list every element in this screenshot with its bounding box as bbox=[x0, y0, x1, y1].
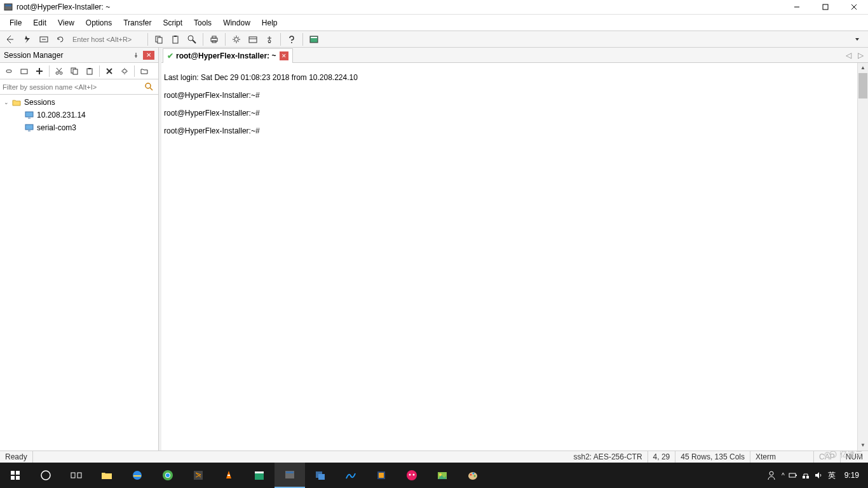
pin-icon[interactable] bbox=[130, 50, 142, 61]
session-filter-input[interactable] bbox=[3, 83, 143, 91]
start-button[interactable] bbox=[0, 463, 31, 488]
scroll-down-icon[interactable]: ▼ bbox=[858, 440, 868, 451]
svg-rect-75 bbox=[796, 475, 797, 476]
svg-rect-31 bbox=[73, 69, 78, 74]
tray-up-icon[interactable]: ^ bbox=[782, 472, 785, 479]
chevron-down-icon[interactable]: ⌄ bbox=[4, 99, 11, 105]
maximize-button[interactable] bbox=[811, 0, 839, 14]
command-window-icon[interactable] bbox=[306, 32, 322, 47]
session-folder-icon[interactable] bbox=[137, 64, 151, 78]
help-icon[interactable] bbox=[284, 32, 299, 47]
terminal[interactable]: Last login: Sat Dec 29 01:08:23 2018 fro… bbox=[161, 63, 868, 451]
menu-script[interactable]: Script bbox=[157, 17, 188, 29]
toolbar-menu-icon[interactable] bbox=[850, 32, 865, 47]
wireshark-icon[interactable] bbox=[336, 463, 366, 488]
system-tray[interactable]: ^ bbox=[782, 471, 823, 480]
status-cap: CAP bbox=[814, 451, 841, 463]
app-icon-pink[interactable] bbox=[397, 463, 427, 488]
volume-icon[interactable] bbox=[814, 471, 823, 480]
session-item[interactable]: serial-com3 bbox=[0, 121, 158, 134]
svg-rect-61 bbox=[318, 474, 325, 480]
close-button[interactable] bbox=[839, 0, 868, 14]
svg-point-20 bbox=[291, 42, 292, 43]
menu-view[interactable]: View bbox=[52, 17, 80, 29]
vlc-icon[interactable] bbox=[214, 463, 244, 488]
svg-rect-45 bbox=[11, 476, 15, 480]
taskbar-clock[interactable]: 9:19 bbox=[841, 471, 863, 480]
svg-rect-63 bbox=[379, 473, 384, 478]
svg-point-73 bbox=[770, 471, 773, 475]
ie-icon[interactable] bbox=[122, 463, 153, 488]
session-options-icon[interactable] bbox=[245, 32, 261, 47]
cortana-icon[interactable] bbox=[31, 463, 61, 488]
monitor-icon bbox=[24, 110, 34, 120]
svg-rect-57 bbox=[255, 471, 264, 473]
file-explorer-icon[interactable] bbox=[92, 463, 122, 488]
scroll-thumb[interactable] bbox=[858, 73, 867, 98]
menu-tools[interactable]: Tools bbox=[188, 17, 217, 29]
menu-transfer[interactable]: Transfer bbox=[118, 17, 157, 29]
minimize-button[interactable] bbox=[782, 0, 811, 14]
session-tree[interactable]: ⌄ Sessions 10.208.231.14 serial-com3 bbox=[0, 95, 158, 451]
menu-edit[interactable]: Edit bbox=[27, 17, 52, 29]
scroll-up-icon[interactable]: ▲ bbox=[858, 63, 868, 73]
session-delete-icon[interactable] bbox=[102, 64, 116, 78]
session-item[interactable]: 10.208.231.14 bbox=[0, 109, 158, 121]
calendar-icon[interactable] bbox=[244, 463, 275, 488]
securecrt-icon[interactable] bbox=[275, 463, 305, 488]
reconnect-icon[interactable] bbox=[53, 32, 68, 47]
svg-rect-41 bbox=[25, 125, 33, 130]
settings-icon[interactable] bbox=[229, 32, 244, 47]
virtualbox-icon[interactable] bbox=[366, 463, 397, 488]
svg-line-12 bbox=[193, 40, 196, 43]
find-icon[interactable] bbox=[184, 32, 200, 47]
enter-host-input[interactable]: Enter host <Alt+R> bbox=[69, 34, 145, 44]
session-cut-icon[interactable] bbox=[52, 64, 66, 78]
terminal-scrollbar[interactable]: ▲ ▼ bbox=[857, 63, 868, 451]
connect-icon[interactable] bbox=[3, 32, 18, 47]
connect-sftp-icon[interactable] bbox=[36, 32, 51, 47]
session-paste-icon[interactable] bbox=[83, 64, 97, 78]
task-view-icon[interactable] bbox=[61, 463, 92, 488]
svg-rect-32 bbox=[87, 69, 92, 74]
copy-icon[interactable] bbox=[151, 32, 166, 47]
svg-point-66 bbox=[413, 474, 415, 476]
paint-icon[interactable] bbox=[458, 463, 488, 488]
session-properties-icon[interactable] bbox=[118, 64, 132, 78]
svg-rect-46 bbox=[16, 476, 20, 480]
menu-options[interactable]: Options bbox=[80, 17, 118, 29]
photos-icon[interactable] bbox=[427, 463, 458, 488]
menu-help[interactable]: Help bbox=[256, 17, 283, 29]
toolbar: Enter host <Alt+R> bbox=[0, 30, 868, 48]
svg-line-38 bbox=[150, 88, 153, 90]
tree-root-sessions[interactable]: ⌄ Sessions bbox=[0, 96, 158, 109]
session-tab[interactable]: ✔ root@HyperFlex-Installer: ~ ✕ bbox=[163, 48, 293, 63]
people-icon[interactable] bbox=[766, 470, 776, 480]
svg-point-70 bbox=[470, 474, 472, 476]
network-icon[interactable] bbox=[801, 471, 810, 480]
keymap-icon[interactable] bbox=[262, 32, 277, 47]
session-add-icon[interactable] bbox=[32, 64, 46, 78]
chrome-icon[interactable] bbox=[153, 463, 183, 488]
battery-icon[interactable] bbox=[789, 471, 797, 480]
terminal-line: Last login: Sat Dec 29 01:08:23 2018 fro… bbox=[164, 73, 865, 82]
svg-rect-10 bbox=[174, 36, 177, 37]
print-icon[interactable] bbox=[207, 32, 222, 47]
sublime-icon[interactable] bbox=[183, 463, 214, 488]
session-new-icon[interactable] bbox=[17, 64, 31, 78]
tab-close-button[interactable]: ✕ bbox=[280, 51, 288, 60]
menu-file[interactable]: File bbox=[4, 17, 27, 29]
vmware-icon[interactable] bbox=[305, 463, 336, 488]
search-icon[interactable] bbox=[143, 81, 156, 93]
menu-window[interactable]: Window bbox=[217, 17, 256, 29]
panel-close-button[interactable]: ✕ bbox=[143, 51, 154, 60]
quick-connect-icon[interactable] bbox=[20, 32, 35, 47]
session-copy-icon[interactable] bbox=[67, 64, 81, 78]
tab-prev-icon[interactable]: ◁ bbox=[844, 51, 853, 60]
svg-rect-49 bbox=[78, 473, 81, 478]
tab-next-icon[interactable]: ▷ bbox=[856, 51, 865, 60]
session-link-icon[interactable] bbox=[2, 64, 16, 78]
ime-indicator[interactable]: 英 bbox=[828, 470, 836, 481]
status-num: NUM bbox=[841, 451, 868, 463]
paste-icon[interactable] bbox=[168, 32, 183, 47]
